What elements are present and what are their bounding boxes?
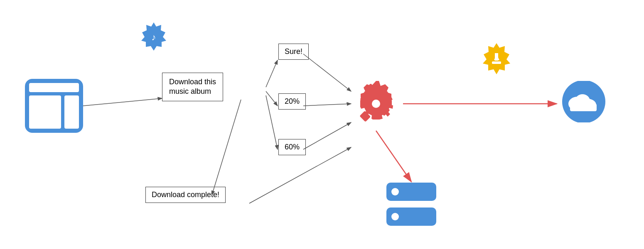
svg-line-24: [266, 60, 278, 87]
download-badge-icon: [478, 42, 515, 79]
arrows-overlay: [0, 0, 644, 249]
svg-line-33: [376, 131, 411, 182]
download-text-box: Download thismusic album: [162, 73, 223, 101]
storage-dot-2: [391, 213, 399, 220]
svg-line-28: [303, 54, 351, 91]
svg-line-26: [266, 95, 278, 149]
gear-processor-icon: [349, 77, 403, 131]
storage-box-1: [386, 183, 436, 201]
svg-rect-20: [570, 104, 597, 111]
svg-rect-15: [492, 61, 501, 64]
storage-box-2: [386, 208, 436, 226]
svg-line-25: [266, 91, 278, 106]
svg-line-31: [249, 147, 351, 203]
svg-rect-14: [495, 53, 498, 61]
svg-line-23: [83, 98, 162, 106]
sure-response-box: Sure!: [278, 44, 309, 60]
svg-text:♪: ♪: [152, 32, 156, 42]
music-badge-icon: ♪: [137, 21, 170, 54]
sixty-percent-box: 60%: [278, 139, 306, 155]
svg-line-30: [303, 122, 351, 149]
cloud-service-icon: [557, 81, 611, 122]
download-complete-box: Download complete!: [145, 187, 226, 203]
svg-point-12: [372, 100, 380, 108]
twenty-percent-box: 20%: [278, 93, 306, 110]
storage-dot-1: [391, 188, 399, 195]
browser-icon: [25, 79, 83, 133]
diagram-container: ♪ Download thismusic album Sure! 20% 60%…: [0, 0, 644, 249]
svg-line-27: [212, 100, 241, 195]
svg-line-29: [303, 104, 351, 106]
